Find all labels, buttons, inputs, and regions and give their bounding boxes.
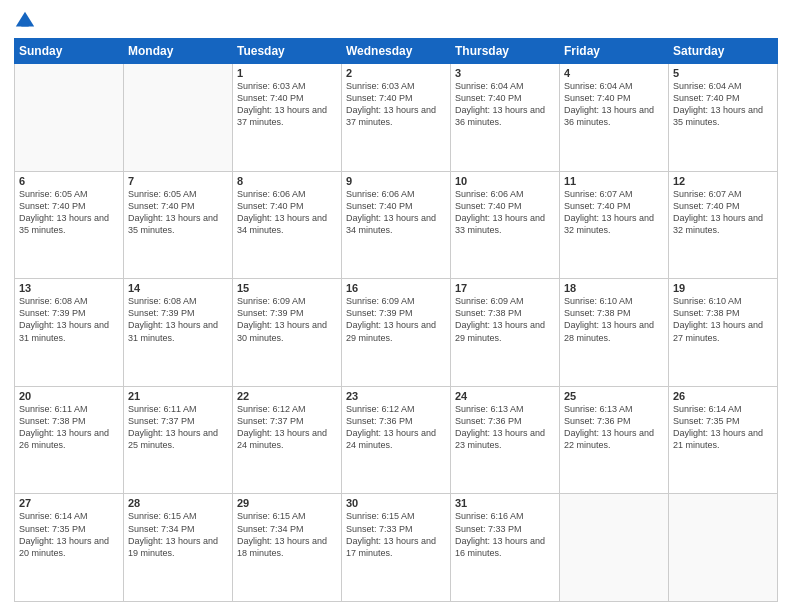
day-number: 25: [564, 390, 664, 402]
day-info: Sunrise: 6:14 AM Sunset: 7:35 PM Dayligh…: [19, 510, 119, 559]
day-info: Sunrise: 6:12 AM Sunset: 7:36 PM Dayligh…: [346, 403, 446, 452]
day-number: 10: [455, 175, 555, 187]
day-info: Sunrise: 6:09 AM Sunset: 7:39 PM Dayligh…: [237, 295, 337, 344]
day-info: Sunrise: 6:08 AM Sunset: 7:39 PM Dayligh…: [128, 295, 228, 344]
day-number: 20: [19, 390, 119, 402]
day-number: 5: [673, 67, 773, 79]
calendar-cell: 30Sunrise: 6:15 AM Sunset: 7:33 PM Dayli…: [342, 494, 451, 602]
day-info: Sunrise: 6:13 AM Sunset: 7:36 PM Dayligh…: [564, 403, 664, 452]
calendar-cell: 11Sunrise: 6:07 AM Sunset: 7:40 PM Dayli…: [560, 171, 669, 279]
weekday-header-tuesday: Tuesday: [233, 39, 342, 64]
day-number: 30: [346, 497, 446, 509]
calendar-cell: 31Sunrise: 6:16 AM Sunset: 7:33 PM Dayli…: [451, 494, 560, 602]
day-info: Sunrise: 6:13 AM Sunset: 7:36 PM Dayligh…: [455, 403, 555, 452]
calendar-cell: 1Sunrise: 6:03 AM Sunset: 7:40 PM Daylig…: [233, 64, 342, 172]
day-number: 28: [128, 497, 228, 509]
day-info: Sunrise: 6:12 AM Sunset: 7:37 PM Dayligh…: [237, 403, 337, 452]
day-number: 4: [564, 67, 664, 79]
weekday-header-monday: Monday: [124, 39, 233, 64]
calendar-cell: [124, 64, 233, 172]
day-info: Sunrise: 6:15 AM Sunset: 7:33 PM Dayligh…: [346, 510, 446, 559]
day-info: Sunrise: 6:06 AM Sunset: 7:40 PM Dayligh…: [346, 188, 446, 237]
day-info: Sunrise: 6:04 AM Sunset: 7:40 PM Dayligh…: [564, 80, 664, 129]
calendar-cell: 16Sunrise: 6:09 AM Sunset: 7:39 PM Dayli…: [342, 279, 451, 387]
day-info: Sunrise: 6:03 AM Sunset: 7:40 PM Dayligh…: [237, 80, 337, 129]
page: SundayMondayTuesdayWednesdayThursdayFrid…: [0, 0, 792, 612]
day-number: 13: [19, 282, 119, 294]
day-info: Sunrise: 6:06 AM Sunset: 7:40 PM Dayligh…: [237, 188, 337, 237]
day-info: Sunrise: 6:06 AM Sunset: 7:40 PM Dayligh…: [455, 188, 555, 237]
day-number: 27: [19, 497, 119, 509]
day-info: Sunrise: 6:16 AM Sunset: 7:33 PM Dayligh…: [455, 510, 555, 559]
calendar-cell: 12Sunrise: 6:07 AM Sunset: 7:40 PM Dayli…: [669, 171, 778, 279]
day-number: 26: [673, 390, 773, 402]
week-row-2: 6Sunrise: 6:05 AM Sunset: 7:40 PM Daylig…: [15, 171, 778, 279]
calendar-cell: 8Sunrise: 6:06 AM Sunset: 7:40 PM Daylig…: [233, 171, 342, 279]
day-number: 11: [564, 175, 664, 187]
day-info: Sunrise: 6:07 AM Sunset: 7:40 PM Dayligh…: [564, 188, 664, 237]
day-info: Sunrise: 6:04 AM Sunset: 7:40 PM Dayligh…: [673, 80, 773, 129]
weekday-header-sunday: Sunday: [15, 39, 124, 64]
calendar-cell: [560, 494, 669, 602]
calendar-cell: 29Sunrise: 6:15 AM Sunset: 7:34 PM Dayli…: [233, 494, 342, 602]
calendar-cell: 26Sunrise: 6:14 AM Sunset: 7:35 PM Dayli…: [669, 386, 778, 494]
day-info: Sunrise: 6:08 AM Sunset: 7:39 PM Dayligh…: [19, 295, 119, 344]
day-info: Sunrise: 6:14 AM Sunset: 7:35 PM Dayligh…: [673, 403, 773, 452]
header: [14, 10, 778, 32]
day-info: Sunrise: 6:04 AM Sunset: 7:40 PM Dayligh…: [455, 80, 555, 129]
calendar-cell: 23Sunrise: 6:12 AM Sunset: 7:36 PM Dayli…: [342, 386, 451, 494]
calendar-cell: 25Sunrise: 6:13 AM Sunset: 7:36 PM Dayli…: [560, 386, 669, 494]
day-info: Sunrise: 6:11 AM Sunset: 7:38 PM Dayligh…: [19, 403, 119, 452]
day-number: 7: [128, 175, 228, 187]
calendar-table: SundayMondayTuesdayWednesdayThursdayFrid…: [14, 38, 778, 602]
calendar-cell: 13Sunrise: 6:08 AM Sunset: 7:39 PM Dayli…: [15, 279, 124, 387]
calendar-cell: 24Sunrise: 6:13 AM Sunset: 7:36 PM Dayli…: [451, 386, 560, 494]
day-number: 24: [455, 390, 555, 402]
calendar-cell: 6Sunrise: 6:05 AM Sunset: 7:40 PM Daylig…: [15, 171, 124, 279]
day-number: 14: [128, 282, 228, 294]
calendar-cell: [15, 64, 124, 172]
day-number: 9: [346, 175, 446, 187]
day-number: 18: [564, 282, 664, 294]
day-info: Sunrise: 6:15 AM Sunset: 7:34 PM Dayligh…: [237, 510, 337, 559]
weekday-header-friday: Friday: [560, 39, 669, 64]
day-info: Sunrise: 6:07 AM Sunset: 7:40 PM Dayligh…: [673, 188, 773, 237]
calendar-cell: 21Sunrise: 6:11 AM Sunset: 7:37 PM Dayli…: [124, 386, 233, 494]
calendar-cell: 27Sunrise: 6:14 AM Sunset: 7:35 PM Dayli…: [15, 494, 124, 602]
logo-icon: [14, 10, 36, 32]
calendar-cell: 22Sunrise: 6:12 AM Sunset: 7:37 PM Dayli…: [233, 386, 342, 494]
day-number: 8: [237, 175, 337, 187]
weekday-header-wednesday: Wednesday: [342, 39, 451, 64]
calendar-cell: 17Sunrise: 6:09 AM Sunset: 7:38 PM Dayli…: [451, 279, 560, 387]
day-number: 6: [19, 175, 119, 187]
day-number: 23: [346, 390, 446, 402]
calendar-cell: 28Sunrise: 6:15 AM Sunset: 7:34 PM Dayli…: [124, 494, 233, 602]
day-info: Sunrise: 6:05 AM Sunset: 7:40 PM Dayligh…: [128, 188, 228, 237]
day-info: Sunrise: 6:09 AM Sunset: 7:39 PM Dayligh…: [346, 295, 446, 344]
weekday-header-thursday: Thursday: [451, 39, 560, 64]
day-info: Sunrise: 6:05 AM Sunset: 7:40 PM Dayligh…: [19, 188, 119, 237]
day-number: 1: [237, 67, 337, 79]
day-number: 3: [455, 67, 555, 79]
day-number: 22: [237, 390, 337, 402]
calendar-cell: 3Sunrise: 6:04 AM Sunset: 7:40 PM Daylig…: [451, 64, 560, 172]
day-number: 2: [346, 67, 446, 79]
week-row-4: 20Sunrise: 6:11 AM Sunset: 7:38 PM Dayli…: [15, 386, 778, 494]
day-number: 12: [673, 175, 773, 187]
calendar-cell: 19Sunrise: 6:10 AM Sunset: 7:38 PM Dayli…: [669, 279, 778, 387]
day-info: Sunrise: 6:03 AM Sunset: 7:40 PM Dayligh…: [346, 80, 446, 129]
calendar-cell: 20Sunrise: 6:11 AM Sunset: 7:38 PM Dayli…: [15, 386, 124, 494]
calendar-cell: [669, 494, 778, 602]
day-number: 19: [673, 282, 773, 294]
calendar-cell: 4Sunrise: 6:04 AM Sunset: 7:40 PM Daylig…: [560, 64, 669, 172]
calendar-cell: 2Sunrise: 6:03 AM Sunset: 7:40 PM Daylig…: [342, 64, 451, 172]
week-row-1: 1Sunrise: 6:03 AM Sunset: 7:40 PM Daylig…: [15, 64, 778, 172]
day-number: 16: [346, 282, 446, 294]
calendar-cell: 5Sunrise: 6:04 AM Sunset: 7:40 PM Daylig…: [669, 64, 778, 172]
calendar-cell: 15Sunrise: 6:09 AM Sunset: 7:39 PM Dayli…: [233, 279, 342, 387]
calendar-cell: 14Sunrise: 6:08 AM Sunset: 7:39 PM Dayli…: [124, 279, 233, 387]
day-info: Sunrise: 6:10 AM Sunset: 7:38 PM Dayligh…: [564, 295, 664, 344]
calendar-cell: 18Sunrise: 6:10 AM Sunset: 7:38 PM Dayli…: [560, 279, 669, 387]
weekday-header-row: SundayMondayTuesdayWednesdayThursdayFrid…: [15, 39, 778, 64]
week-row-3: 13Sunrise: 6:08 AM Sunset: 7:39 PM Dayli…: [15, 279, 778, 387]
